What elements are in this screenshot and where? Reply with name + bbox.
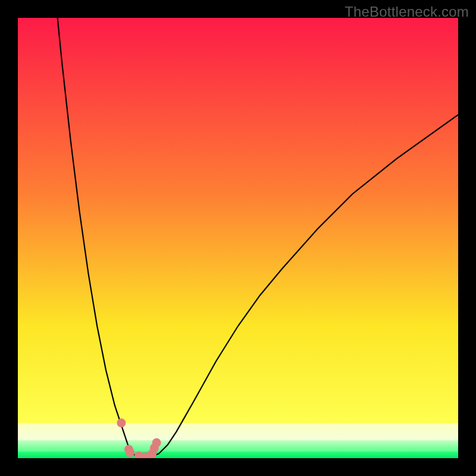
gradient-lightgreen	[18, 440, 458, 452]
gradient-green	[18, 452, 458, 458]
watermark-text: TheBottleneck.com	[345, 4, 469, 20]
gradient-pale	[18, 423, 458, 441]
gradient-yellow	[18, 326, 458, 423]
gradient-red	[18, 18, 458, 194]
plot-area	[18, 18, 458, 458]
gradient-orange	[18, 194, 458, 326]
